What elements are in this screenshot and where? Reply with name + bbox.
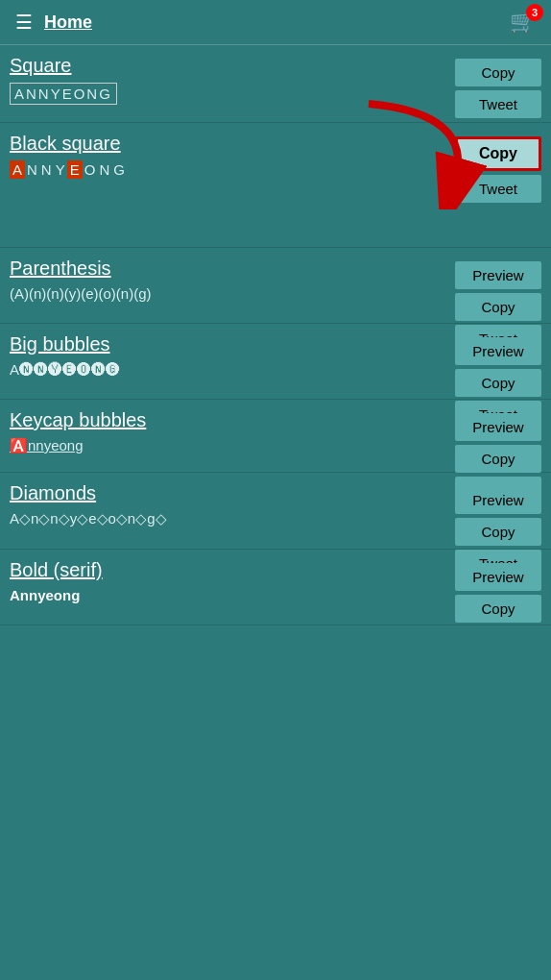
diamonds-preview-button[interactable]: Preview	[455, 486, 541, 514]
black-square-copy-button[interactable]: Copy	[455, 136, 541, 171]
home-link[interactable]: Home	[44, 12, 92, 33]
parenthesis-copy-button[interactable]: Copy	[455, 293, 541, 321]
section-black-square: Copy Tweet Black square A N N Y E O N G	[0, 123, 551, 248]
diamonds-copy-button[interactable]: Copy	[455, 518, 541, 546]
big-bubbles-preview-button[interactable]: Preview	[455, 337, 541, 365]
header-left: ☰ Home	[15, 11, 92, 34]
bs-char-n3: N	[97, 160, 111, 179]
square-preview: ANNYEONG	[10, 83, 117, 105]
section-big-bubbles: Preview Copy Tweet Big bubbles A🅝🅝🅨🅔🅞🅝🅖	[0, 324, 551, 400]
big-bubbles-copy-button[interactable]: Copy	[455, 369, 541, 397]
section-diamonds: Preview Copy Tweet Diamonds A◇n◇n◇y◇e◇o◇…	[0, 473, 551, 550]
keycap-preview-button[interactable]: Preview	[455, 413, 541, 441]
square-button-group: Copy Tweet	[455, 59, 541, 118]
section-square: Copy Tweet Square ANNYEONG	[0, 45, 551, 123]
bs-char-g: G	[111, 160, 127, 179]
bs-char-a: A	[10, 160, 25, 179]
section-parenthesis: Preview Copy Tweet Parenthesis (A)(n)(n)…	[0, 248, 551, 324]
bs-char-n1: N	[25, 160, 39, 179]
square-copy-button[interactable]: Copy	[455, 59, 541, 86]
section-bold-serif: Preview Copy Bold (serif) Annyeong	[0, 550, 551, 625]
cart-badge: 3	[526, 4, 543, 21]
bs-char-o: O	[83, 160, 98, 179]
parenthesis-preview-button[interactable]: Preview	[455, 261, 541, 289]
cart-button[interactable]: 🛒 3	[510, 10, 536, 35]
bold-serif-preview-button[interactable]: Preview	[455, 563, 541, 591]
black-square-button-group: Copy Tweet	[455, 136, 541, 203]
bs-char-e: E	[67, 160, 83, 179]
bold-serif-copy-button[interactable]: Copy	[455, 595, 541, 623]
square-tweet-button[interactable]: Tweet	[455, 90, 541, 118]
bs-char-n2: N	[39, 160, 54, 179]
bs-char-y: Y	[54, 160, 67, 179]
header: ☰ Home 🛒 3	[0, 0, 551, 45]
bold-serif-button-group: Preview Copy	[455, 563, 541, 623]
keycap-copy-button[interactable]: Copy	[455, 445, 541, 473]
hamburger-icon[interactable]: ☰	[15, 11, 33, 34]
black-square-tweet-button[interactable]: Tweet	[455, 175, 541, 203]
section-keycap-bubbles: Preview Copy Tweet Keycap bubbles 🅰️nnye…	[0, 400, 551, 473]
